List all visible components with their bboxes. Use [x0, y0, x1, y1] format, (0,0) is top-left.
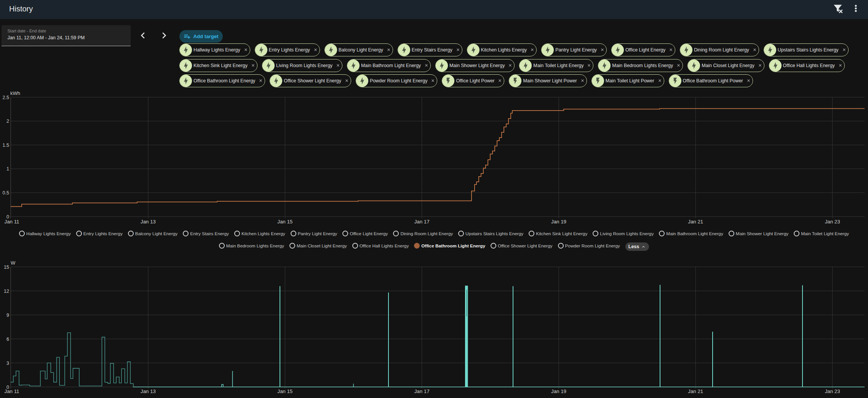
svg-text:9: 9	[6, 313, 9, 318]
svg-text:Jan 11: Jan 11	[5, 219, 19, 225]
svg-text:2: 2	[6, 119, 9, 124]
svg-text:Jan 11: Jan 11	[5, 388, 19, 394]
svg-text:Jan 23: Jan 23	[825, 219, 840, 225]
svg-text:0: 0	[6, 214, 9, 220]
svg-text:Jan 21: Jan 21	[688, 388, 703, 394]
svg-text:Jan 15: Jan 15	[277, 388, 293, 394]
svg-text:2.5: 2.5	[3, 95, 9, 100]
svg-text:Jan 15: Jan 15	[277, 219, 293, 225]
svg-text:kWh: kWh	[10, 90, 20, 96]
svg-text:0.5: 0.5	[3, 190, 9, 196]
svg-text:12: 12	[4, 289, 9, 294]
svg-text:Jan 19: Jan 19	[551, 219, 566, 225]
svg-text:15: 15	[4, 265, 9, 270]
svg-text:1.5: 1.5	[3, 143, 9, 148]
svg-text:Jan 23: Jan 23	[825, 388, 840, 394]
svg-text:1: 1	[6, 166, 9, 172]
svg-text:Jan 17: Jan 17	[414, 388, 430, 394]
svg-text:W: W	[11, 260, 16, 266]
svg-text:6: 6	[6, 337, 9, 342]
svg-text:0: 0	[6, 385, 9, 390]
svg-text:3: 3	[6, 361, 9, 366]
svg-text:Jan 21: Jan 21	[688, 219, 703, 225]
svg-text:Jan 13: Jan 13	[141, 219, 156, 225]
svg-text:Jan 17: Jan 17	[414, 219, 430, 225]
svg-text:Jan 19: Jan 19	[551, 388, 566, 394]
svg-text:Jan 13: Jan 13	[141, 388, 156, 394]
